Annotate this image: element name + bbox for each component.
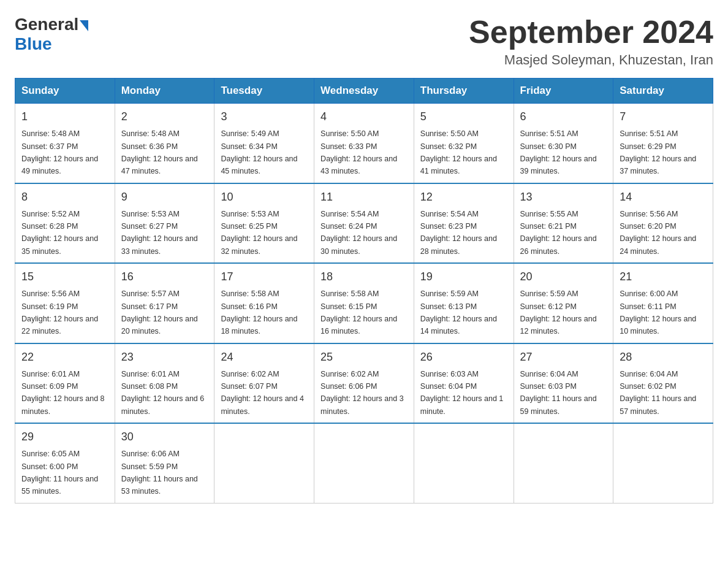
- day-number: 7: [620, 109, 707, 125]
- header-monday: Monday: [115, 79, 214, 104]
- day-number: 9: [121, 189, 208, 205]
- page-header: General Blue September 2024 Masjed Soley…: [15, 15, 713, 68]
- day-number: 27: [520, 349, 607, 366]
- day-info: Sunrise: 5:50 AMSunset: 6:33 PMDaylight:…: [320, 129, 397, 175]
- logo-triangle-icon: [80, 20, 88, 31]
- day-info: Sunrise: 6:01 AMSunset: 6:08 PMDaylight:…: [121, 370, 205, 416]
- header-thursday: Thursday: [414, 79, 514, 104]
- day-info: Sunrise: 6:06 AMSunset: 5:59 PMDaylight:…: [121, 450, 198, 496]
- day-info: Sunrise: 5:54 AMSunset: 6:23 PMDaylight:…: [420, 210, 497, 256]
- calendar-week-row: 15 Sunrise: 5:56 AMSunset: 6:19 PMDaylig…: [15, 263, 713, 343]
- table-row: 26 Sunrise: 6:03 AMSunset: 6:04 PMDaylig…: [414, 343, 514, 424]
- day-info: Sunrise: 5:48 AMSunset: 6:37 PMDaylight:…: [21, 129, 98, 175]
- day-info: Sunrise: 5:49 AMSunset: 6:34 PMDaylight:…: [221, 129, 297, 175]
- day-number: 20: [520, 269, 607, 285]
- day-info: Sunrise: 5:57 AMSunset: 6:17 PMDaylight:…: [121, 289, 198, 335]
- table-row: 7 Sunrise: 5:51 AMSunset: 6:29 PMDayligh…: [613, 104, 713, 183]
- table-row: 2 Sunrise: 5:48 AMSunset: 6:36 PMDayligh…: [115, 104, 214, 183]
- day-number: 14: [620, 189, 707, 205]
- day-number: 5: [420, 109, 507, 125]
- month-title: September 2024: [469, 15, 713, 50]
- table-row: 5 Sunrise: 5:50 AMSunset: 6:32 PMDayligh…: [414, 104, 514, 183]
- day-number: 3: [221, 109, 308, 125]
- table-row: [514, 423, 613, 503]
- day-number: 1: [21, 109, 108, 125]
- header-tuesday: Tuesday: [214, 79, 314, 104]
- table-row: 21 Sunrise: 6:00 AMSunset: 6:11 PMDaylig…: [613, 263, 713, 343]
- day-info: Sunrise: 6:05 AMSunset: 6:00 PMDaylight:…: [21, 450, 98, 496]
- table-row: [613, 423, 713, 503]
- header-saturday: Saturday: [613, 79, 713, 104]
- table-row: 24 Sunrise: 6:02 AMSunset: 6:07 PMDaylig…: [214, 343, 314, 424]
- table-row: 8 Sunrise: 5:52 AMSunset: 6:28 PMDayligh…: [15, 183, 115, 264]
- logo: General Blue: [15, 15, 88, 54]
- day-info: Sunrise: 6:04 AMSunset: 6:03 PMDaylight:…: [520, 370, 597, 416]
- table-row: 3 Sunrise: 5:49 AMSunset: 6:34 PMDayligh…: [214, 104, 314, 183]
- day-number: 4: [320, 109, 408, 125]
- day-info: Sunrise: 5:48 AMSunset: 6:36 PMDaylight:…: [121, 129, 198, 175]
- table-row: 25 Sunrise: 6:02 AMSunset: 6:06 PMDaylig…: [314, 343, 414, 424]
- day-info: Sunrise: 5:55 AMSunset: 6:21 PMDaylight:…: [520, 210, 597, 256]
- table-row: 29 Sunrise: 6:05 AMSunset: 6:00 PMDaylig…: [15, 423, 115, 503]
- table-row: [214, 423, 314, 503]
- day-info: Sunrise: 6:02 AMSunset: 6:06 PMDaylight:…: [320, 370, 404, 416]
- table-row: 23 Sunrise: 6:01 AMSunset: 6:08 PMDaylig…: [115, 343, 214, 424]
- day-number: 11: [320, 189, 408, 205]
- day-info: Sunrise: 6:02 AMSunset: 6:07 PMDaylight:…: [221, 370, 304, 416]
- table-row: 17 Sunrise: 5:58 AMSunset: 6:16 PMDaylig…: [214, 263, 314, 343]
- logo-blue-part: [78, 20, 88, 29]
- calendar-week-row: 29 Sunrise: 6:05 AMSunset: 6:00 PMDaylig…: [15, 423, 713, 503]
- logo-general-text: General: [15, 15, 78, 34]
- header-sunday: Sunday: [15, 79, 115, 104]
- day-number: 13: [520, 189, 607, 205]
- table-row: 1 Sunrise: 5:48 AMSunset: 6:37 PMDayligh…: [15, 104, 115, 183]
- table-row: 10 Sunrise: 5:53 AMSunset: 6:25 PMDaylig…: [214, 183, 314, 264]
- header-friday: Friday: [514, 79, 613, 104]
- day-number: 26: [420, 349, 507, 366]
- table-row: [414, 423, 514, 503]
- day-info: Sunrise: 5:51 AMSunset: 6:30 PMDaylight:…: [520, 129, 597, 175]
- day-number: 16: [121, 269, 208, 285]
- day-info: Sunrise: 5:56 AMSunset: 6:20 PMDaylight:…: [620, 210, 696, 256]
- table-row: 14 Sunrise: 5:56 AMSunset: 6:20 PMDaylig…: [613, 183, 713, 264]
- table-row: 12 Sunrise: 5:54 AMSunset: 6:23 PMDaylig…: [414, 183, 514, 264]
- day-number: 10: [221, 189, 308, 205]
- day-info: Sunrise: 5:52 AMSunset: 6:28 PMDaylight:…: [21, 210, 98, 256]
- table-row: 27 Sunrise: 6:04 AMSunset: 6:03 PMDaylig…: [514, 343, 613, 424]
- day-number: 21: [620, 269, 707, 285]
- day-info: Sunrise: 6:01 AMSunset: 6:09 PMDaylight:…: [21, 370, 105, 416]
- calendar-week-row: 1 Sunrise: 5:48 AMSunset: 6:37 PMDayligh…: [15, 104, 713, 183]
- day-number: 15: [21, 269, 108, 285]
- logo-blue-text: Blue: [15, 34, 52, 54]
- day-info: Sunrise: 5:51 AMSunset: 6:29 PMDaylight:…: [620, 129, 696, 175]
- title-block: September 2024 Masjed Soleyman, Khuzesta…: [469, 15, 713, 68]
- table-row: 6 Sunrise: 5:51 AMSunset: 6:30 PMDayligh…: [514, 104, 613, 183]
- day-info: Sunrise: 5:59 AMSunset: 6:13 PMDaylight:…: [420, 289, 497, 335]
- calendar-table: Sunday Monday Tuesday Wednesday Thursday…: [15, 78, 713, 504]
- day-info: Sunrise: 5:53 AMSunset: 6:25 PMDaylight:…: [221, 210, 297, 256]
- day-info: Sunrise: 5:58 AMSunset: 6:16 PMDaylight:…: [221, 289, 297, 335]
- table-row: 11 Sunrise: 5:54 AMSunset: 6:24 PMDaylig…: [314, 183, 414, 264]
- calendar-week-row: 8 Sunrise: 5:52 AMSunset: 6:28 PMDayligh…: [15, 183, 713, 264]
- table-row: 4 Sunrise: 5:50 AMSunset: 6:33 PMDayligh…: [314, 104, 414, 183]
- day-info: Sunrise: 6:00 AMSunset: 6:11 PMDaylight:…: [620, 289, 696, 335]
- day-number: 25: [320, 349, 408, 366]
- day-number: 22: [21, 349, 108, 366]
- table-row: 28 Sunrise: 6:04 AMSunset: 6:02 PMDaylig…: [613, 343, 713, 424]
- table-row: 20 Sunrise: 5:59 AMSunset: 6:12 PMDaylig…: [514, 263, 613, 343]
- table-row: 18 Sunrise: 5:58 AMSunset: 6:15 PMDaylig…: [314, 263, 414, 343]
- calendar-header-row: Sunday Monday Tuesday Wednesday Thursday…: [15, 79, 713, 104]
- day-number: 19: [420, 269, 507, 285]
- day-number: 17: [221, 269, 308, 285]
- day-number: 8: [21, 189, 108, 205]
- day-info: Sunrise: 5:59 AMSunset: 6:12 PMDaylight:…: [520, 289, 597, 335]
- day-number: 18: [320, 269, 408, 285]
- day-number: 24: [221, 349, 308, 366]
- day-number: 12: [420, 189, 507, 205]
- calendar-week-row: 22 Sunrise: 6:01 AMSunset: 6:09 PMDaylig…: [15, 343, 713, 424]
- day-number: 6: [520, 109, 607, 125]
- header-wednesday: Wednesday: [314, 79, 414, 104]
- day-info: Sunrise: 5:54 AMSunset: 6:24 PMDaylight:…: [320, 210, 397, 256]
- table-row: 9 Sunrise: 5:53 AMSunset: 6:27 PMDayligh…: [115, 183, 214, 264]
- table-row: 30 Sunrise: 6:06 AMSunset: 5:59 PMDaylig…: [115, 423, 214, 503]
